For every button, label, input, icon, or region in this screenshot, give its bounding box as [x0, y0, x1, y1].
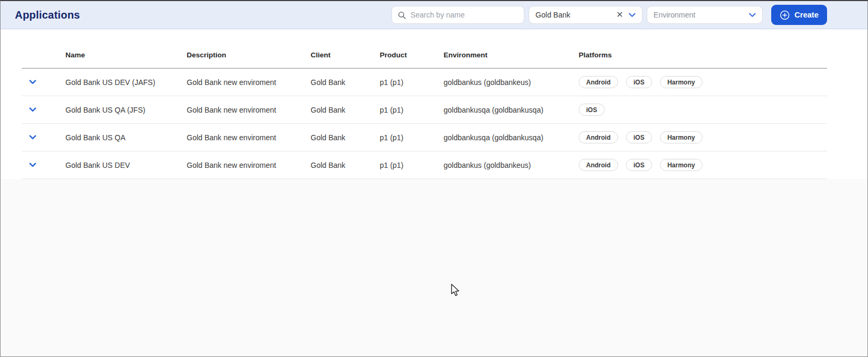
platform-badge: Harmony [660, 76, 703, 88]
cell-environment: goldbankus (goldbankeus) [444, 161, 579, 169]
topbar-controls: Gold Bank ✕ Environment Create [391, 5, 827, 25]
cell-product: p1 (p1) [380, 106, 444, 114]
cell-environment: goldbankus (goldbankeus) [444, 78, 579, 87]
create-button[interactable]: Create [771, 5, 827, 25]
platform-badge: iOS [626, 131, 652, 143]
column-expander [22, 59, 65, 68]
column-header-platforms: Platforms [579, 51, 827, 68]
expand-row-button[interactable] [22, 163, 65, 167]
cell-platforms: AndroidiOSHarmony [579, 131, 827, 143]
expand-row-button[interactable] [22, 107, 65, 112]
cell-product: p1 (p1) [380, 78, 444, 87]
page-title: Applications [15, 9, 80, 21]
cell-platforms: AndroidiOSHarmony [579, 159, 827, 171]
app-window: Applications Gold Bank ✕ Environment [0, 0, 868, 357]
cell-name: Gold Bank US QA [65, 133, 187, 142]
cell-description: Gold Bank new enviroment [187, 161, 311, 169]
platform-badge: Harmony [660, 131, 703, 143]
cell-client: Gold Bank [311, 133, 380, 142]
cell-product: p1 (p1) [380, 161, 444, 169]
chevron-down-icon[interactable] [29, 135, 36, 140]
create-button-label: Create [795, 11, 819, 19]
cell-name: Gold Bank US QA (JFS) [65, 106, 187, 114]
top-header-bar: Applications Gold Bank ✕ Environment [1, 1, 867, 29]
cell-environment: goldbankusqa (goldbankusqa) [444, 106, 579, 114]
chevron-down-icon[interactable] [29, 163, 36, 167]
cell-description: Gold Bank new enviroment [187, 106, 311, 114]
applications-table: Name Description Client Product Environm… [1, 29, 867, 179]
cell-name: Gold Bank US DEV (JAFS) [65, 78, 187, 87]
cell-platforms: AndroidiOSHarmony [579, 76, 827, 88]
table-body: Gold Bank US DEV (JAFS) Gold Bank new en… [22, 69, 827, 179]
table-row[interactable]: Gold Bank US DEV (JAFS) Gold Bank new en… [22, 69, 827, 96]
chevron-down-icon[interactable] [29, 107, 36, 112]
mouse-cursor [450, 284, 461, 298]
platform-badge: iOS [626, 76, 652, 88]
chevron-down-icon[interactable] [749, 13, 756, 18]
table-row[interactable]: Gold Bank US DEV Gold Bank new enviromen… [22, 151, 827, 179]
column-header-client: Client [311, 51, 380, 68]
table-row[interactable]: Gold Bank US QA (JFS) Gold Bank new envi… [22, 96, 827, 124]
chevron-down-icon[interactable] [629, 13, 636, 18]
search-box[interactable] [391, 6, 524, 24]
cell-name: Gold Bank US DEV [65, 161, 187, 169]
table-header-row: Name Description Client Product Environm… [22, 29, 827, 69]
platform-badge: Android [579, 159, 618, 171]
cell-environment: goldbankusqa (goldbankusqa) [444, 133, 579, 142]
environment-filter-placeholder: Environment [654, 11, 749, 19]
plus-circle-icon [780, 10, 790, 20]
client-filter-select[interactable]: Gold Bank ✕ [529, 6, 642, 24]
expand-row-button[interactable] [22, 80, 65, 84]
search-icon [397, 11, 406, 20]
cell-client: Gold Bank [311, 78, 380, 87]
cell-product: p1 (p1) [380, 133, 444, 142]
cell-platforms: iOS [579, 104, 827, 116]
environment-filter-select[interactable]: Environment [647, 6, 763, 24]
platform-badge: Android [579, 131, 618, 143]
expand-row-button[interactable] [22, 135, 65, 140]
platform-badge: iOS [579, 104, 605, 116]
chevron-down-icon[interactable] [29, 80, 36, 84]
column-header-name: Name [65, 51, 187, 68]
search-input[interactable] [411, 11, 519, 19]
client-filter-value: Gold Bank [536, 11, 616, 19]
column-header-description: Description [187, 51, 311, 68]
table-row[interactable]: Gold Bank US QA Gold Bank new enviroment… [22, 124, 827, 151]
platform-badge: Harmony [660, 159, 703, 171]
cell-client: Gold Bank [311, 161, 380, 169]
cell-description: Gold Bank new enviroment [187, 133, 311, 142]
clear-client-filter-icon[interactable]: ✕ [616, 11, 623, 19]
cell-client: Gold Bank [311, 106, 380, 114]
platform-badge: Android [579, 76, 618, 88]
cell-description: Gold Bank new enviroment [187, 78, 311, 87]
platform-badge: iOS [626, 159, 652, 171]
column-header-environment: Environment [444, 51, 579, 68]
column-header-product: Product [380, 51, 444, 68]
